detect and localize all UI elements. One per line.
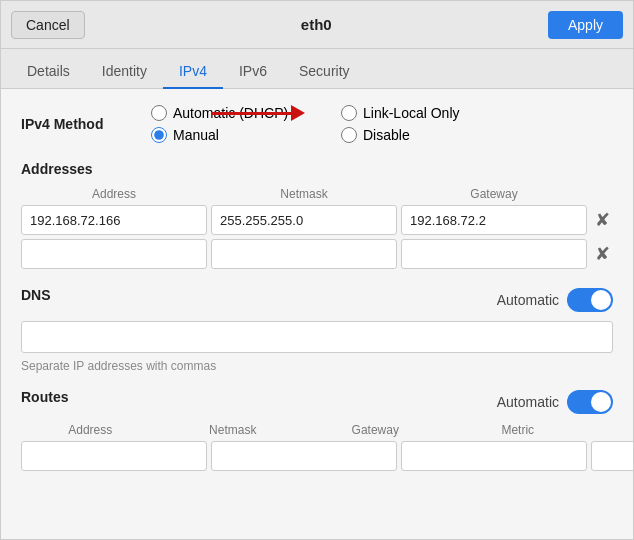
method-disable[interactable]: Disable [341,127,501,143]
radio-automatic[interactable] [151,105,167,121]
routes-toggle[interactable] [567,390,613,414]
dns-label: DNS [21,287,51,303]
routes-gateway-input[interactable] [401,441,587,471]
routes-netmask-input[interactable] [211,441,397,471]
col-header-address: Address [21,187,207,201]
radio-manual[interactable] [151,127,167,143]
routes-header-row: Routes Automatic [21,389,613,415]
dns-section: DNS Automatic Separate IP addresses with… [21,287,613,373]
gateway-input-2[interactable] [401,239,587,269]
radio-disable[interactable] [341,127,357,143]
col-header-gateway: Gateway [401,187,587,201]
addr-input-1[interactable] [21,205,207,235]
dns-header-row: DNS Automatic [21,287,613,313]
method-linklocal-label: Link-Local Only [363,105,460,121]
method-row-2: Manual Disable [151,127,501,143]
routes-toggle-label: Automatic [497,394,559,410]
routes-col-netmask: Netmask [164,423,303,437]
apply-button[interactable]: Apply [548,11,623,39]
addr-col-headers: Address Netmask Gateway [21,187,613,201]
arrow-head [291,105,305,121]
tab-identity[interactable]: Identity [86,55,163,89]
addr-input-2[interactable] [21,239,207,269]
dns-hint: Separate IP addresses with commas [21,359,613,373]
network-settings-window: Cancel eth0 Apply Details Identity IPv4 … [0,0,634,540]
routes-addr-input[interactable] [21,441,207,471]
red-arrow [211,105,305,121]
content-area: IPv4 Method Automatic (DHCP) Link-Local … [1,89,633,539]
cancel-button[interactable]: Cancel [11,11,85,39]
method-options: Automatic (DHCP) Link-Local Only [151,105,501,143]
netmask-input-1[interactable] [211,205,397,235]
window-title: eth0 [85,16,548,33]
col-header-delete-spacer [591,187,613,201]
dns-input[interactable] [21,321,613,353]
arrow-line [211,112,291,115]
dns-toggle-label: Automatic [497,292,559,308]
routes-toggle-container: Automatic [497,390,613,414]
addr-row-1: ✘ [21,205,613,235]
method-manual-label: Manual [173,127,219,143]
addresses-section: Addresses Address Netmask Gateway ✘ ✘ [21,161,613,269]
routes-col-gateway: Gateway [306,423,445,437]
netmask-input-2[interactable] [211,239,397,269]
col-header-netmask: Netmask [211,187,397,201]
dns-toggle-container: Automatic [497,288,613,312]
gateway-input-1[interactable] [401,205,587,235]
routes-label: Routes [21,389,68,405]
routes-col-address: Address [21,423,160,437]
addr-row-2: ✘ [21,239,613,269]
tab-ipv4[interactable]: IPv4 [163,55,223,89]
tab-security[interactable]: Security [283,55,366,89]
tab-ipv6[interactable]: IPv6 [223,55,283,89]
dns-toggle[interactable] [567,288,613,312]
addresses-label: Addresses [21,161,613,177]
ipv4-method-row: IPv4 Method Automatic (DHCP) Link-Local … [21,105,613,143]
tab-details[interactable]: Details [11,55,86,89]
routes-section: Routes Automatic Address Netmask Gateway… [21,389,613,471]
routes-metric-input[interactable] [591,441,633,471]
routes-col-headers: Address Netmask Gateway Metric [21,423,613,437]
radio-linklocal[interactable] [341,105,357,121]
routes-row-1: ✘ [21,441,613,471]
titlebar: Cancel eth0 Apply [1,1,633,49]
method-disable-label: Disable [363,127,410,143]
method-manual[interactable]: Manual [151,127,311,143]
tab-bar: Details Identity IPv4 IPv6 Security [1,49,633,89]
routes-col-spacer [591,423,613,437]
ipv4-method-label: IPv4 Method [21,116,151,132]
method-linklocal[interactable]: Link-Local Only [341,105,501,121]
delete-row-2-button[interactable]: ✘ [591,243,613,265]
delete-row-1-button[interactable]: ✘ [591,209,613,231]
routes-col-metric: Metric [449,423,588,437]
method-row-1: Automatic (DHCP) Link-Local Only [151,105,501,121]
